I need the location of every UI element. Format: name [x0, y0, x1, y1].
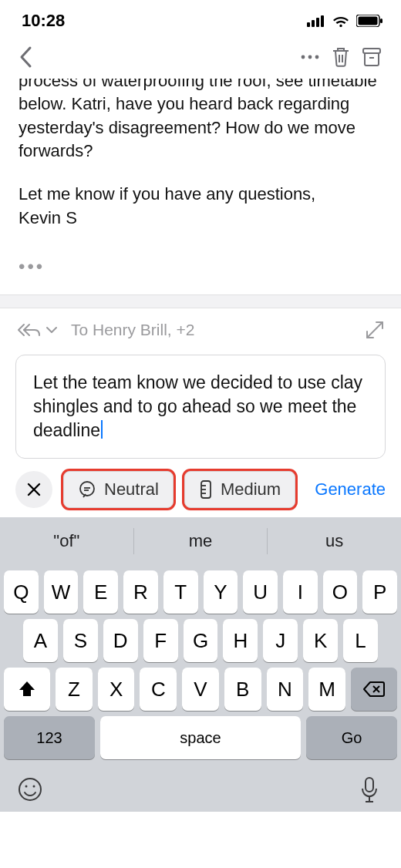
length-chip[interactable]: Medium [184, 471, 295, 508]
key-c[interactable]: C [140, 668, 177, 711]
backspace-key[interactable] [351, 668, 397, 711]
trash-icon [331, 46, 351, 68]
key-q[interactable]: Q [4, 570, 39, 614]
svg-rect-3 [321, 15, 324, 27]
svg-point-25 [33, 786, 35, 788]
battery-icon [356, 15, 382, 27]
delete-button[interactable] [325, 42, 356, 72]
key-w[interactable]: W [44, 570, 79, 614]
more-button[interactable] [295, 42, 325, 72]
key-j[interactable]: J [263, 619, 298, 662]
key-u[interactable]: U [243, 570, 278, 614]
key-k[interactable]: K [303, 619, 338, 662]
key-s[interactable]: S [63, 619, 98, 662]
emoji-icon[interactable] [17, 776, 43, 802]
key-x[interactable]: X [98, 668, 135, 711]
key-p[interactable]: P [362, 570, 397, 614]
key-row-1: Q W E R T Y U I O P [0, 565, 401, 614]
email-signoff-line2: Kevin S [19, 207, 382, 230]
shift-key[interactable] [4, 668, 50, 711]
app-bar [0, 34, 401, 79]
key-d[interactable]: D [103, 619, 138, 662]
key-l[interactable]: L [343, 619, 378, 662]
email-body: process of waterproofing the roof, see t… [0, 79, 401, 245]
numbers-key[interactable]: 123 [4, 716, 95, 759]
svg-point-7 [302, 56, 305, 59]
status-bar: 10:28 [0, 0, 401, 34]
ruler-icon [199, 479, 213, 500]
svg-rect-5 [359, 17, 378, 25]
generate-button[interactable]: Generate [315, 479, 386, 500]
key-e[interactable]: E [83, 570, 118, 614]
status-indicators [307, 14, 382, 28]
key-row-3: Z X C V B N M [0, 662, 401, 711]
space-key[interactable]: space [100, 716, 301, 759]
reply-to-label[interactable]: To Henry Brill, +2 [71, 321, 194, 339]
tone-label: Neutral [104, 479, 159, 500]
key-b[interactable]: B [224, 668, 261, 711]
svg-rect-6 [380, 19, 382, 23]
svg-point-8 [308, 56, 312, 59]
svg-point-23 [19, 779, 41, 800]
key-m[interactable]: M [308, 668, 345, 711]
email-signoff-line1: Let me know if you have any questions, [19, 183, 382, 206]
chevron-left-icon [18, 45, 35, 69]
signal-icon [307, 15, 325, 27]
x-icon [26, 482, 42, 497]
archive-button[interactable] [356, 42, 387, 72]
key-row-2: A S D F G H J K L [0, 614, 401, 662]
expand-icon [364, 319, 386, 341]
svg-point-9 [315, 56, 319, 59]
mic-icon[interactable] [359, 776, 379, 804]
shift-icon [18, 680, 36, 698]
compose-input[interactable]: Let the team know we decided to use clay… [15, 355, 386, 459]
email-body-text: below. Katri, have you heard back regard… [19, 93, 382, 163]
svg-rect-2 [316, 18, 319, 27]
key-i[interactable]: I [283, 570, 318, 614]
key-a[interactable]: A [23, 619, 58, 662]
length-label: Medium [221, 479, 281, 500]
wifi-icon [332, 14, 350, 28]
key-g[interactable]: G [184, 619, 218, 662]
chevron-down-icon[interactable] [45, 325, 59, 335]
svg-point-14 [80, 482, 94, 496]
expand-button[interactable] [364, 319, 386, 341]
key-y[interactable]: Y [204, 570, 238, 614]
svg-line-11 [367, 322, 382, 338]
key-o[interactable]: O [323, 570, 358, 614]
svg-rect-1 [312, 20, 315, 27]
thread-more-button[interactable]: ••• [0, 245, 401, 294]
svg-rect-26 [366, 778, 373, 792]
key-f[interactable]: F [143, 619, 178, 662]
svg-point-24 [25, 786, 28, 788]
compose-text: Let the team know we decided to use clay… [33, 372, 362, 440]
key-v[interactable]: V [182, 668, 219, 711]
key-r[interactable]: R [123, 570, 158, 614]
suggestion-3[interactable]: us [268, 531, 401, 551]
key-n[interactable]: N [267, 668, 304, 711]
backspace-icon [362, 681, 386, 698]
section-divider [0, 294, 401, 308]
key-h[interactable]: H [223, 619, 258, 662]
suggestion-row: "of" me us [0, 517, 401, 565]
reply-all-icon[interactable] [15, 321, 42, 338]
tone-chip[interactable]: Neutral [63, 471, 174, 508]
close-ai-button[interactable] [15, 471, 52, 508]
key-z[interactable]: Z [56, 668, 93, 711]
suggestion-1[interactable]: "of" [0, 531, 133, 551]
keyboard-footer [0, 759, 401, 804]
archive-icon [362, 47, 382, 67]
suggestion-2[interactable]: me [134, 531, 268, 551]
chat-icon [78, 480, 96, 499]
ellipsis-icon [300, 54, 320, 60]
status-time: 10:28 [22, 11, 65, 31]
go-key[interactable]: Go [306, 716, 397, 759]
svg-rect-0 [307, 22, 310, 27]
key-t[interactable]: T [163, 570, 198, 614]
reply-header: To Henry Brill, +2 [0, 308, 401, 345]
text-cursor [101, 420, 103, 439]
svg-rect-10 [363, 49, 380, 53]
ai-options-row: Neutral Medium Generate [0, 471, 401, 517]
back-button[interactable] [11, 42, 42, 72]
email-body-line: process of waterproofing the roof, see t… [19, 79, 382, 93]
